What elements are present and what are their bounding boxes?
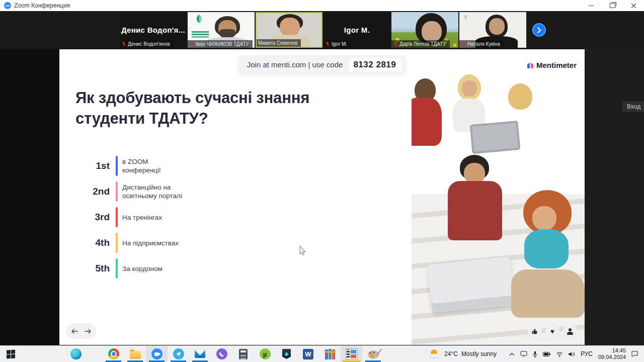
participant-name: Igor M. [332,41,347,47]
tray-mic-button[interactable] [533,351,537,357]
muted-mic-icon [189,41,194,47]
clock[interactable]: 14:45 09.04.2024 [598,347,626,360]
taskbar-winrar[interactable] [319,346,341,362]
camera-icon [154,352,159,356]
photo-figure [511,269,585,318]
weather-condition: Mostly sunny [461,350,497,357]
taskbar-movie-maker[interactable] [341,346,362,362]
mentimeter-logo-text: Mentimeter [536,61,577,69]
taskbar-word[interactable]: W [297,346,319,362]
close-button[interactable] [623,0,644,11]
calculator-icon [239,349,248,359]
mentimeter-brand: Mentimeter [527,61,577,69]
battery-icon [543,352,550,356]
participant-name-tag: Дар'я Легеза ТДАТУ [391,40,450,48]
thumbs-up-icon [531,328,538,335]
taskbar-file-explorer[interactable] [124,346,146,362]
taskbar-security[interactable] [276,346,297,362]
start-button[interactable] [0,346,22,362]
photo-laptop [470,121,521,154]
rank-number: 1st [75,160,116,171]
window-titlebar: zm Zoom Конференция [0,0,644,11]
restore-button[interactable] [602,0,623,11]
windows-taskbar: µ W 24°C Mostly sunny РУС 14:45 [0,345,644,362]
rank-number: 5th [75,263,116,274]
muted-mic-icon [393,41,398,47]
students-photo [412,49,585,345]
taskbar-edge[interactable] [65,346,87,362]
video-tile-daria[interactable]: Дар'я Легеза ТДАТУ [391,12,458,48]
screen-margin [585,49,644,346]
participant-name: Микита Семенов [258,40,297,46]
tray-wifi[interactable] [556,351,563,357]
mail-icon [195,350,205,358]
like-button[interactable] [528,324,542,338]
university-logo-text [192,31,209,33]
weather-icon [430,349,441,358]
taskbar-utorrent[interactable]: µ [254,346,276,362]
taskbar-zoom[interactable] [146,346,168,362]
tray-expand-button[interactable] [509,352,515,356]
video-tile-ivan[interactable]: Іван ЧИЖИКОВ ТДАТУ [188,12,255,48]
language-indicator[interactable]: РУС [581,350,593,357]
photo-figure [412,98,442,146]
muted-mic-icon [121,41,126,47]
participant-name: Наталя Кукіна [467,41,500,47]
next-participants-button[interactable] [532,23,546,37]
close-icon [631,3,636,9]
taskbar-telegram[interactable] [168,346,189,362]
rank-number: 2nd [75,186,116,197]
profile-button[interactable] [563,324,577,338]
chevron-right-icon [537,27,541,33]
tray-time: 14:45 [612,347,626,353]
video-tile-denys[interactable]: Денис Водоп'я... Денис Водоп'янов [120,12,187,48]
participant-name: Іван ЧИЖИКОВ ТДАТУ [196,41,249,47]
shared-screen-area: Join at menti.com | use code 8132 2819 Я… [0,49,644,346]
rank-number: 4th [75,237,116,248]
next-slide-button[interactable] [85,329,91,334]
wifi-icon [556,351,563,357]
weather-widget[interactable]: 24°C Mostly sunny [430,349,497,358]
minimize-button[interactable] [581,0,602,11]
join-instructions-bar: Join at menti.com | use code 8132 2819 [238,55,406,74]
tray-volume[interactable] [569,351,575,357]
rank-number: 3rd [75,212,116,223]
login-button[interactable]: Вход [622,101,644,112]
avatar-face [422,21,442,42]
winrar-icon [325,349,335,359]
reaction-buttons: ♥ [528,324,577,338]
tray-battery[interactable] [543,352,550,356]
video-tile-natalia[interactable]: Наталя Кукіна [459,12,526,48]
cast-icon [520,351,527,357]
slide-title: Як здобувають сучасні знання студенти ТД… [75,87,350,129]
taskbar-paint[interactable] [362,346,384,362]
heart-button[interactable]: ♥ [545,324,559,338]
chevron-up-icon [509,352,515,356]
action-center-button[interactable] [631,351,638,357]
taskbar-calculator[interactable] [232,346,254,362]
viber-icon [216,348,227,359]
tray-cast-button[interactable] [520,351,527,357]
taskbar-mail[interactable] [189,346,211,362]
file-explorer-icon [130,351,141,359]
photo-figure [508,83,532,110]
paint-icon [368,350,379,359]
heart-icon: ♥ [550,328,554,335]
video-tile-mykyta-active-speaker[interactable]: Микита Семенов [256,12,323,48]
minimize-icon [589,6,594,6]
taskbar-viber[interactable] [211,346,232,362]
system-tray: 24°C Mostly sunny РУС 14:45 09.04.2024 [430,347,644,360]
photo-figure [448,181,502,240]
zoom-conference-window: { "window": { "title": "Zoom Конференция… [0,0,644,362]
video-tile-igor[interactable]: Igor M. Igor M. [324,12,390,48]
person-icon [567,328,573,335]
participant-name-tag: Igor M. [324,40,351,48]
prev-slide-button[interactable] [71,329,78,334]
photo-figure [524,229,569,268]
participant-name: Денис Водоп'янов [128,41,170,47]
mentimeter-slide: Join at menti.com | use code 8132 2819 Я… [59,49,585,345]
participant-name: Дар'я Легеза ТДАТУ [399,41,446,47]
window-title: Zoom Конференция [14,2,70,9]
security-shield-icon [282,349,291,359]
taskbar-chrome[interactable] [103,346,124,362]
